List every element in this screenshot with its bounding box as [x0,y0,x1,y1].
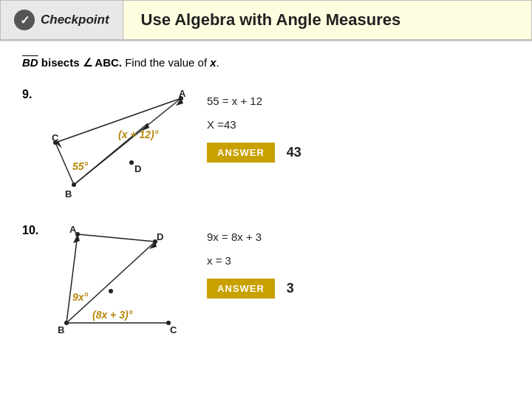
checkpoint-label: Checkpoint [41,13,109,27]
label-9x: 9x° [72,291,89,303]
svg-point-21 [109,289,113,293]
label-55deg: 55° [72,160,89,172]
problem-9-number: 9. [22,85,44,101]
svg-point-10 [53,140,58,145]
label-x12: (x + 12)° [118,129,159,140]
diagram-9: B A C D 55° (x + 12)° [52,85,200,206]
problem-10: 10. [22,221,510,338]
answer-value-10: 3 [287,281,294,296]
work-area-9: 55 = x + 12 X =43 ANSWER 43 [207,85,301,163]
svg-point-7 [129,160,134,165]
equation-10-line1: 9x = 8x + 3 [207,228,294,246]
answer-row-10: ANSWER 3 [207,279,294,299]
svg-line-11 [66,234,78,323]
label-B: B [65,188,72,200]
problem-9: 9. [22,85,510,206]
label-8x3: (8x + 3)° [92,309,133,321]
svg-line-17 [78,234,155,242]
label-B2: B [58,324,64,335]
answer-button-9[interactable]: ANSWER [207,143,275,163]
diagram-10-svg: B C A D 9x° (8x + 3)° [52,221,200,335]
label-D2: D [157,231,163,242]
bisects-text: bisects ∠ ABC. [41,56,125,69]
header-title: Use Algebra with Angle Measures [123,0,532,40]
header: ✓ Checkpoint Use Algebra with Angle Meas… [0,0,532,41]
answer-value-9: 43 [287,145,301,160]
svg-line-2 [55,143,74,185]
bd-text: BD [22,56,38,69]
main-content: BD bisects ∠ ABC. Find the value of x. 9… [0,41,532,346]
equation-9-line1: 55 = x + 12 [207,92,301,110]
problems-list: 9. [22,85,510,338]
label-D: D [134,163,141,174]
problem-10-number: 10. [22,221,44,237]
equation-9-line2: X =43 [207,116,301,134]
svg-point-9 [179,96,183,100]
svg-point-8 [72,183,76,187]
label-A2: A [69,224,77,235]
checkpoint-tab: ✓ Checkpoint [0,0,123,40]
diagram-9-svg: B A C D 55° (x + 12)° [52,85,200,203]
work-area-10: 9x = 8x + 3 x = 3 ANSWER 3 [207,221,294,299]
find-text: Find the value of x. [125,56,219,69]
answer-row-9: ANSWER 43 [207,143,301,163]
problem-header: BD bisects ∠ ABC. Find the value of x. [22,55,510,72]
svg-point-18 [64,321,69,325]
answer-button-10[interactable]: ANSWER [207,279,275,299]
equation-10-line2: x = 3 [207,252,294,270]
diagram-10: B C A D 9x° (8x + 3)° [52,221,200,338]
checkmark-icon: ✓ [14,10,35,30]
label-C2: C [170,324,177,335]
